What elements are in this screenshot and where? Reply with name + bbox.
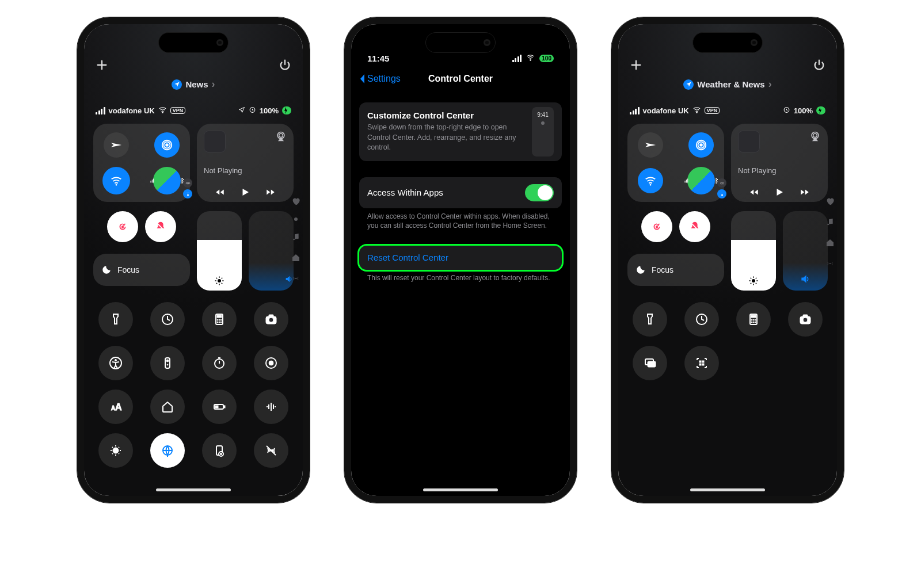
focus-label: Focus <box>652 265 673 274</box>
silent-mode-toggle[interactable] <box>145 211 176 242</box>
accessibility-icon[interactable] <box>98 346 133 380</box>
play-icon[interactable] <box>774 187 785 197</box>
wifi-toggle[interactable] <box>638 168 663 193</box>
qr-code-icon[interactable] <box>684 346 719 380</box>
music-note-icon <box>291 232 300 242</box>
battery-charging-icon <box>282 106 291 114</box>
svg-point-5 <box>165 143 169 147</box>
orientation-lock-toggle[interactable] <box>107 211 138 242</box>
translate-icon[interactable] <box>150 433 185 468</box>
airdrop-toggle[interactable] <box>154 132 180 158</box>
status-bar: vodafone UK VPN 100% <box>627 105 828 116</box>
svg-point-2 <box>293 239 295 240</box>
volume-slider[interactable] <box>249 211 294 291</box>
svg-text:A: A <box>115 402 122 412</box>
forward-icon[interactable] <box>265 187 276 197</box>
wifi-icon <box>692 105 701 116</box>
calculator-icon[interactable] <box>736 302 771 337</box>
low-power-icon[interactable] <box>202 390 237 424</box>
radio-icon <box>291 274 300 283</box>
airplane-mode-toggle[interactable] <box>638 132 663 158</box>
chevron-right-icon: › <box>212 78 215 90</box>
page-indicator[interactable] <box>291 197 300 283</box>
screen-record-icon[interactable] <box>254 346 288 380</box>
location-arrow-icon <box>238 106 245 115</box>
text-size-icon[interactable]: AA <box>98 390 133 424</box>
volume-slider[interactable] <box>783 211 828 291</box>
power-button[interactable] <box>279 59 291 74</box>
add-control-button[interactable] <box>630 59 642 74</box>
bluetooth-cellular-toggle[interactable] <box>687 167 715 194</box>
access-within-apps-toggle[interactable] <box>525 184 554 201</box>
svg-point-21 <box>220 319 222 320</box>
wallpaper-icon[interactable] <box>202 433 237 468</box>
svg-point-58 <box>721 194 723 196</box>
add-control-button[interactable] <box>96 59 108 74</box>
wifi-toggle[interactable] <box>102 167 130 194</box>
focus-button[interactable]: Focus <box>627 254 724 286</box>
connectivity-group[interactable] <box>93 124 190 202</box>
bluetooth-cellular-toggle[interactable] <box>153 167 181 194</box>
cell-signal-icon <box>512 55 522 62</box>
svg-point-29 <box>115 360 117 361</box>
focus-button[interactable]: Focus <box>93 254 190 286</box>
rewind-icon[interactable] <box>215 187 225 197</box>
svg-point-67 <box>753 319 754 320</box>
home-indicator[interactable] <box>423 488 498 491</box>
home-indicator[interactable] <box>690 488 765 491</box>
svg-rect-39 <box>215 406 218 408</box>
back-button[interactable]: Settings <box>358 73 401 85</box>
power-button[interactable] <box>813 59 825 74</box>
breadcrumb-caption[interactable]: Weather & News › <box>627 78 828 90</box>
reset-control-center-button[interactable]: Reset Control Center <box>359 246 562 270</box>
connectivity-group[interactable] <box>627 124 724 202</box>
now-playing-label: Not Playing <box>204 166 287 175</box>
home-icon[interactable] <box>150 390 185 424</box>
silent-mode-toggle[interactable] <box>679 211 710 242</box>
remote-icon[interactable] <box>150 346 185 380</box>
timer-icon[interactable] <box>150 302 185 337</box>
svg-rect-78 <box>702 361 704 362</box>
play-icon[interactable] <box>240 187 250 197</box>
brightness-slider[interactable] <box>197 211 242 291</box>
airdrop-toggle[interactable] <box>688 132 714 158</box>
flashlight-icon[interactable] <box>98 302 133 337</box>
breadcrumb-caption[interactable]: News › <box>93 78 294 90</box>
forward-icon[interactable] <box>800 187 810 197</box>
svg-point-70 <box>753 322 754 323</box>
svg-rect-76 <box>648 361 656 367</box>
customize-control-center-card[interactable]: Customize Control Center Swipe down from… <box>359 102 562 161</box>
camera-icon[interactable] <box>788 302 823 337</box>
card-description: Swipe down from the top-right edge to op… <box>367 123 530 153</box>
camera-icon[interactable] <box>254 302 288 337</box>
night-shift-icon[interactable] <box>98 433 133 468</box>
airplay-icon[interactable] <box>275 131 287 144</box>
dynamic-island <box>158 32 229 53</box>
phone-frame-left: News › vodafone UK VPN 100% <box>77 17 310 503</box>
svg-point-57 <box>722 182 724 184</box>
location-services-icon <box>172 79 182 90</box>
airplay-icon[interactable] <box>809 131 821 144</box>
access-within-apps-note: Allow access to Control Center within ap… <box>359 208 562 231</box>
personal-hotspot-icon <box>717 178 726 188</box>
rewind-icon[interactable] <box>749 187 759 197</box>
personal-hotspot-icon <box>183 178 192 188</box>
wifi-icon <box>526 53 535 63</box>
now-playing-group[interactable]: Not Playing <box>197 124 294 202</box>
sound-recognition-icon[interactable] <box>254 390 288 424</box>
signal-off-icon[interactable] <box>254 433 288 468</box>
now-playing-group[interactable]: Not Playing <box>731 124 828 202</box>
svg-rect-79 <box>699 364 701 365</box>
preview-time: 9:41 <box>537 112 548 118</box>
svg-rect-77 <box>699 361 701 362</box>
stopwatch-icon[interactable] <box>202 346 237 380</box>
home-indicator[interactable] <box>156 488 231 491</box>
page-indicator[interactable] <box>825 197 835 268</box>
brightness-slider[interactable] <box>731 211 776 291</box>
airplane-mode-toggle[interactable] <box>104 132 129 158</box>
orientation-lock-toggle[interactable] <box>641 211 672 242</box>
flashlight-icon[interactable] <box>633 302 667 337</box>
timer-icon[interactable] <box>684 302 719 337</box>
calculator-icon[interactable] <box>202 302 237 337</box>
screen-mirror-icon[interactable] <box>633 346 667 380</box>
